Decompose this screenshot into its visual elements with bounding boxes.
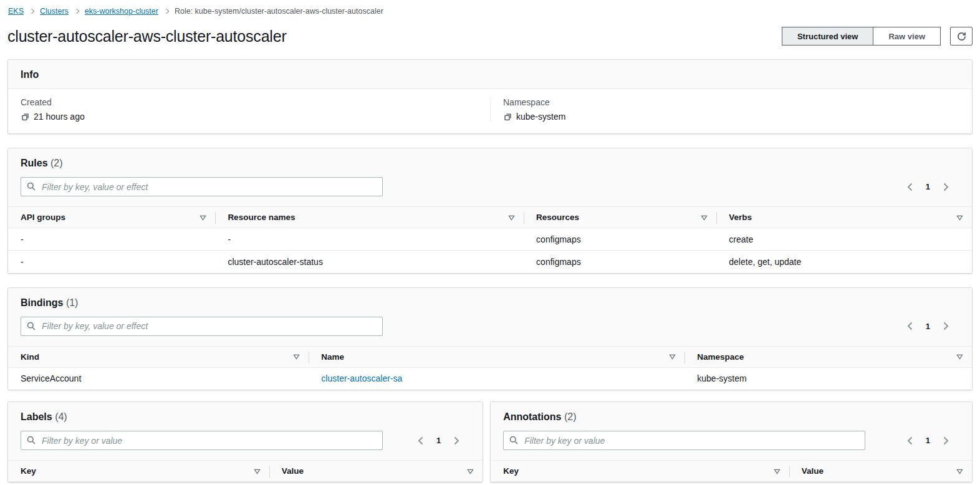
breadcrumb-link-cluster[interactable]: eks-workshop-cluster (85, 7, 158, 16)
rules-panel: Rules (2) 1 (7, 148, 973, 274)
binding-name-link[interactable]: cluster-autoscaler-sa (321, 373, 402, 383)
rules-table: API groups Resource names Resources Verb… (8, 207, 972, 273)
bindings-filter (21, 317, 383, 336)
labels-count: (4) (55, 411, 67, 422)
filter-triangle-icon[interactable] (508, 214, 515, 221)
annotations-pagination: 1 (906, 435, 959, 446)
page-number[interactable]: 1 (922, 435, 934, 446)
column-header-value: Value (269, 461, 483, 482)
header-actions: Structured view Raw view (782, 27, 973, 46)
bindings-table-row: ServiceAccount cluster-autoscaler-sa kub… (8, 367, 972, 390)
cell-verbs: create (716, 228, 972, 251)
bindings-count: (1) (66, 297, 79, 308)
rules-table-row: - cluster-autoscaler-status configmaps d… (8, 251, 972, 273)
search-icon (27, 182, 36, 193)
cell-api-groups: - (8, 228, 215, 251)
filter-triangle-icon[interactable] (956, 353, 963, 360)
copy-icon[interactable] (21, 112, 30, 122)
column-header-resources: Resources (524, 207, 716, 228)
rules-pagination: 1 (906, 181, 959, 193)
raw-view-button[interactable]: Raw view (873, 27, 941, 46)
refresh-icon (956, 31, 967, 42)
labels-panel: Labels (4) (7, 401, 483, 483)
info-field-namespace: Namespace kube-system (490, 97, 972, 122)
next-page-button[interactable] (453, 435, 461, 446)
breadcrumb-link-eks[interactable]: EKS (8, 7, 24, 16)
column-header-api-groups: API groups (8, 207, 215, 228)
next-page-button[interactable] (942, 181, 950, 193)
breadcrumb: EKS Clusters eks-workshop-cluster Role: … (7, 0, 973, 16)
rules-filter (21, 177, 383, 196)
cell-resource-names: cluster-autoscaler-status (215, 251, 524, 273)
page-number[interactable]: 1 (922, 321, 934, 332)
filter-triangle-icon[interactable] (774, 468, 781, 474)
bindings-filter-input[interactable] (21, 317, 383, 336)
labels-annotations-row: Labels (4) (7, 401, 973, 483)
annotations-panel-header: Annotations (2) (491, 402, 972, 461)
view-toggle: Structured view Raw view (782, 27, 941, 46)
created-value: 21 hours ago (34, 112, 85, 122)
filter-triangle-icon[interactable] (669, 353, 676, 360)
cell-verbs: delete, get, update (716, 251, 972, 273)
labels-filter-input[interactable] (21, 431, 383, 450)
page-header: cluster-autoscaler-aws-cluster-autoscale… (7, 27, 973, 46)
column-header-kind: Kind (8, 347, 309, 368)
filter-triangle-icon[interactable] (254, 468, 261, 474)
column-header-key: Key (8, 461, 269, 482)
bindings-panel-header: Bindings (1) 1 (8, 288, 972, 347)
labels-panel-header: Labels (4) (8, 402, 483, 461)
copy-icon[interactable] (503, 112, 512, 122)
rules-count: (2) (50, 158, 63, 168)
page-number[interactable]: 1 (922, 181, 934, 192)
previous-page-button[interactable] (906, 320, 914, 332)
chevron-right-icon (74, 9, 79, 14)
page-number[interactable]: 1 (433, 435, 444, 446)
filter-triangle-icon[interactable] (293, 353, 300, 360)
column-header-verbs: Verbs (716, 207, 972, 228)
filter-triangle-icon[interactable] (956, 468, 963, 474)
rules-table-row: - - configmaps create (8, 228, 972, 251)
rules-panel-header: Rules (2) 1 (8, 148, 972, 207)
refresh-button[interactable] (950, 27, 973, 46)
column-header-namespace: Namespace (685, 347, 972, 368)
filter-triangle-icon[interactable] (956, 214, 963, 221)
column-header-resource-names: Resource names (215, 207, 524, 228)
info-panel-title: Info (21, 69, 39, 80)
namespace-label: Namespace (503, 97, 959, 107)
annotations-filter-input[interactable] (503, 431, 865, 450)
chevron-right-icon (29, 9, 34, 14)
annotations-filter (503, 431, 865, 450)
next-page-button[interactable] (942, 435, 950, 446)
labels-pagination: 1 (416, 435, 470, 446)
breadcrumb-link-clusters[interactable]: Clusters (40, 7, 69, 16)
created-label: Created (21, 97, 478, 107)
column-header-key: Key (491, 461, 789, 482)
cell-resource-names: - (215, 228, 524, 251)
search-icon (27, 436, 36, 447)
structured-view-button[interactable]: Structured view (782, 27, 874, 46)
labels-filter (21, 431, 383, 450)
filter-triangle-icon[interactable] (701, 214, 708, 221)
cell-resources: configmaps (524, 228, 716, 251)
cell-name: cluster-autoscaler-sa (309, 367, 685, 390)
annotations-panel: Annotations (2) (490, 401, 973, 483)
bindings-table: Kind Name Namespace ServiceAccount clust… (8, 347, 972, 390)
filter-triangle-icon[interactable] (199, 214, 206, 221)
previous-page-button[interactable] (906, 181, 914, 193)
column-header-value: Value (789, 461, 972, 482)
filter-triangle-icon[interactable] (467, 468, 474, 474)
cell-resources: configmaps (524, 251, 716, 273)
previous-page-button[interactable] (906, 435, 914, 446)
info-panel-content: Created 21 hours ago Namespace (8, 89, 972, 133)
rules-filter-input[interactable] (21, 177, 383, 196)
cell-kind: ServiceAccount (8, 367, 309, 390)
rules-panel-title: Rules (21, 158, 48, 168)
previous-page-button[interactable] (416, 435, 425, 446)
annotations-table: Key Value (491, 461, 972, 482)
annotations-panel-title: Annotations (503, 411, 561, 422)
next-page-button[interactable] (942, 320, 950, 332)
bindings-panel-title: Bindings (21, 297, 63, 308)
page-title: cluster-autoscaler-aws-cluster-autoscale… (7, 27, 287, 46)
labels-table: Key Value (8, 461, 483, 482)
namespace-value: kube-system (516, 112, 565, 122)
